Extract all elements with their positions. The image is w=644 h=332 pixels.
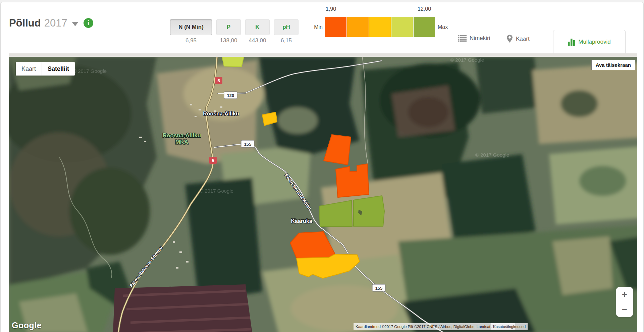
page-title-text: Põllud: [9, 17, 41, 29]
nutrient-button-n[interactable]: N (N Min): [170, 19, 212, 35]
satellite-map[interactable]: © 2017 Google © 2017 Google © 2017 Googl…: [9, 53, 637, 332]
legend-color-5: [414, 17, 435, 37]
bar-chart-icon: [568, 38, 575, 46]
route-shield-5: 5: [217, 78, 220, 83]
tab-nimekiri[interactable]: Nimekiri: [458, 35, 490, 42]
zoom-in-button[interactable]: +: [616, 287, 633, 302]
svg-text:© 2017 Google: © 2017 Google: [475, 152, 509, 158]
route-box-155a: 155: [244, 142, 252, 147]
svg-text:© 2017 Google: © 2017 Google: [73, 68, 107, 74]
label-village: Kaaruka: [291, 218, 312, 224]
field-polygon-green-right[interactable]: [354, 196, 384, 226]
plantation-field: [113, 284, 252, 332]
label-protected-area-2: MKA: [175, 139, 189, 145]
field-polygon-lime[interactable]: [222, 57, 244, 67]
legend-max-value: 12,00: [418, 6, 431, 12]
terms-link[interactable]: Kasutustingimused: [491, 323, 528, 330]
nutrient-value-p: 138,00: [216, 37, 241, 44]
legend-min-value: 1,90: [326, 6, 336, 12]
page-card: Põllud 2017 i N (N Min) P K pH 6,95 138,…: [0, 2, 644, 332]
nutrient-button-p[interactable]: P: [216, 19, 241, 35]
nutrient-button-ph[interactable]: pH: [274, 19, 299, 35]
color-scale-legend: [325, 17, 435, 37]
nutrient-buttons: N (N Min) P K pH: [170, 19, 299, 35]
chevron-down-icon[interactable]: [72, 22, 78, 26]
nutrient-values: 6,95 138,00 443,00 6,15: [170, 37, 299, 44]
zoom-control: + −: [616, 287, 633, 317]
tab-kaart-label: Kaart: [516, 36, 530, 42]
nutrient-button-k[interactable]: K: [245, 19, 270, 35]
nutrient-value-k: 443,00: [245, 37, 270, 44]
map-type-kaart-button[interactable]: Kaart: [16, 62, 42, 76]
tab-mullaproovid[interactable]: Mullaproovid: [553, 30, 626, 53]
label-town: Roosna-Alliku: [203, 111, 239, 116]
fullscreen-button[interactable]: Ava täisekraan: [591, 60, 635, 70]
page-title: Põllud 2017 i: [9, 17, 93, 29]
legend-color-2: [347, 17, 369, 37]
page-title-year: 2017: [44, 17, 67, 29]
route-box-120: 120: [227, 93, 234, 98]
nutrient-value-n: 6,95: [170, 37, 212, 44]
route-box-155b: 155: [375, 286, 383, 291]
list-icon: [458, 35, 467, 42]
pin-icon: [506, 35, 513, 43]
svg-text:© 2017 Google: © 2017 Google: [450, 57, 484, 63]
legend-color-1: [325, 17, 346, 37]
svg-text:© 2017 Google: © 2017 Google: [200, 188, 233, 194]
legend-min-label: Min: [302, 24, 323, 30]
tab-nimekiri-label: Nimekiri: [470, 35, 490, 42]
legend-color-3: [369, 17, 391, 37]
info-icon[interactable]: i: [84, 18, 93, 28]
tab-kaart[interactable]: Kaart: [506, 35, 530, 43]
nutrient-value-ph: 6,15: [274, 37, 299, 44]
tab-mullaproovid-label: Mullaproovid: [578, 39, 610, 45]
label-protected-area-1: Roosna-Alliku: [163, 132, 201, 139]
google-logo[interactable]: Google: [12, 321, 42, 330]
map-type-control: Kaart Satelliit: [16, 62, 75, 76]
route-shield-5b: 5: [212, 158, 214, 163]
map-container[interactable]: © 2017 Google © 2017 Google © 2017 Googl…: [9, 53, 637, 332]
legend-max-label: Max: [438, 24, 448, 30]
zoom-out-button[interactable]: −: [616, 302, 633, 317]
map-type-satelliit-button[interactable]: Satelliit: [42, 62, 75, 76]
legend-color-4: [391, 17, 413, 37]
